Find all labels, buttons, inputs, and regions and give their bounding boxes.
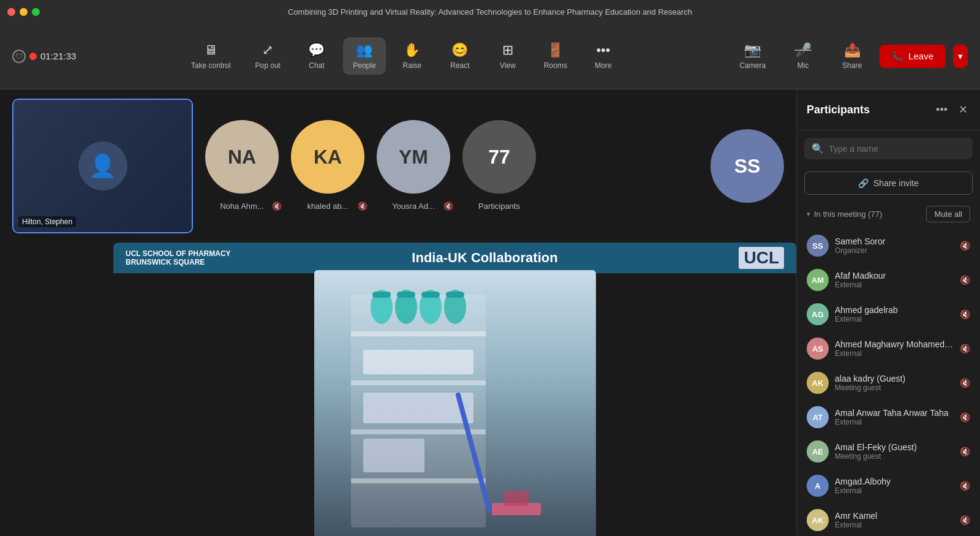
participant-name: Ahmed Maghawry Mohamed M... <box>835 339 954 349</box>
mic-label: Mic <box>797 61 809 70</box>
chevron-down-icon: ▾ <box>958 51 963 61</box>
participant-role: Meeting guest <box>835 383 954 392</box>
react-label: React <box>450 61 469 70</box>
svg-rect-16 <box>363 439 424 472</box>
participant-item[interactable]: AK Amr Kamel External 🔇 <box>797 503 980 536</box>
participant-avatar: AK <box>807 372 829 394</box>
svg-rect-5 <box>351 478 486 483</box>
meeting-timer: 01:21:33 <box>40 51 76 61</box>
more-button[interactable]: ••• More <box>582 37 625 75</box>
presentation-area: UCL SCHOOL OF PHARMACY BRUNSWICK SQUARE … <box>113 243 796 536</box>
avatar-na-name: Noha Ahm... <box>220 202 264 211</box>
participant-item[interactable]: AK alaa kadry (Guest) Meeting guest 🔇 <box>797 366 980 400</box>
more-icon: ••• <box>596 42 610 58</box>
toolbar-center: 🖥 Take control ⤢ Pop out 💬 Chat 👥 People… <box>181 37 625 75</box>
react-icon: 😊 <box>451 42 468 58</box>
search-input[interactable] <box>829 144 965 154</box>
participant-role: External <box>835 418 954 426</box>
participant-avatar: AS <box>807 338 829 360</box>
share-button[interactable]: 📤 Share <box>831 37 873 75</box>
take-control-icon: 🖥 <box>204 42 217 58</box>
participant-item[interactable]: SS Sameh Soror Organizer 🔇 <box>797 228 980 263</box>
traffic-lights <box>7 8 40 16</box>
participant-name: Amgad.Albohy <box>835 477 954 486</box>
people-label: People <box>353 61 375 70</box>
window-title: Combining 3D Printing and Virtual Realit… <box>288 7 692 17</box>
lab-image-svg <box>314 270 596 537</box>
pop-out-button[interactable]: ⤢ Pop out <box>246 37 290 75</box>
participant-item[interactable]: AE Amal El-Feky (Guest) Meeting guest 🔇 <box>797 434 980 469</box>
avatar-ka: KA <box>291 120 364 194</box>
people-icon: 👥 <box>356 42 372 58</box>
local-name-tag: Hilton, Stephen <box>18 216 76 227</box>
participant-name: Afaf Madkour <box>835 271 954 281</box>
participant-item[interactable]: A Amgad.Albohy External 🔇 <box>797 469 980 503</box>
sidebar-header: Participants ••• ✕ <box>797 89 980 130</box>
take-control-button[interactable]: 🖥 Take control <box>181 37 241 75</box>
view-button[interactable]: ⊞ View <box>486 37 529 75</box>
svg-rect-10 <box>372 292 391 298</box>
presentation-title: India-UK Collaboration <box>412 250 557 266</box>
ucl-school-info: UCL SCHOOL OF PHARMACY BRUNSWICK SQUARE <box>126 249 231 266</box>
sidebar-title: Participants <box>807 104 870 116</box>
close-button[interactable] <box>7 8 15 16</box>
participant-avatar: SS <box>807 235 829 257</box>
presentation-header: UCL SCHOOL OF PHARMACY BRUNSWICK SQUARE … <box>113 243 796 273</box>
react-button[interactable]: 😊 React <box>439 37 481 75</box>
chat-icon: 💬 <box>308 42 325 58</box>
mic-muted-ym-icon: 🔇 <box>443 202 453 211</box>
participant-name: Sameh Soror <box>835 236 954 246</box>
pop-out-label: Pop out <box>255 61 281 70</box>
mic-button[interactable]: 🎤 Mic <box>782 37 824 75</box>
participant-ka: KA khaled ab... 🔇 <box>291 120 364 194</box>
close-panel-button[interactable]: ✕ <box>956 100 970 119</box>
chat-button[interactable]: 💬 Chat <box>295 37 338 75</box>
minimize-button[interactable] <box>20 8 28 16</box>
participant-name: alaa kadry (Guest) <box>835 374 954 383</box>
raise-icon: ✋ <box>404 42 420 58</box>
local-video-silhouette: 👤 <box>78 142 127 191</box>
share-invite-button[interactable]: 🔗 Share invite <box>804 172 973 195</box>
participant-role: Meeting guest <box>835 452 954 461</box>
more-label: More <box>595 61 611 70</box>
raise-button[interactable]: ✋ Raise <box>391 37 434 75</box>
leave-button[interactable]: 📞 Leave <box>880 45 946 68</box>
participant-role: External <box>835 281 954 289</box>
school-text: UCL SCHOOL OF PHARMACY BRUNSWICK SQUARE <box>126 249 231 266</box>
svg-rect-11 <box>397 292 415 298</box>
mute-all-button[interactable]: Mute all <box>926 206 970 222</box>
participant-mic-icon: 🔇 <box>960 241 970 251</box>
svg-rect-13 <box>446 292 464 298</box>
avatar-count: 77 <box>462 120 536 194</box>
in-meeting-count: In this meeting (77) <box>814 209 882 219</box>
leave-dropdown-button[interactable]: ▾ <box>953 45 968 68</box>
rooms-button[interactable]: 🚪 Rooms <box>534 37 577 75</box>
sidebar-header-actions: ••• ✕ <box>933 100 970 119</box>
svg-rect-19 <box>504 491 529 506</box>
ucl-logo: UCL <box>739 247 784 269</box>
participant-item[interactable]: AM Afaf Madkour External 🔇 <box>797 263 980 297</box>
participant-mic-icon: 🔇 <box>960 447 970 456</box>
participant-item[interactable]: AS Ahmed Maghawry Mohamed M... External … <box>797 331 980 366</box>
participant-item[interactable]: AT Amal Anwar Taha Anwar Taha External 🔇 <box>797 400 980 434</box>
svg-rect-2 <box>351 331 486 336</box>
participants-more-button[interactable]: ••• <box>933 101 950 119</box>
avatar-ss-large: SS <box>710 129 784 203</box>
pop-out-icon: ⤢ <box>262 42 273 58</box>
avatar-ka-name: khaled ab... <box>307 202 348 211</box>
participant-mic-icon: 🔇 <box>960 515 970 525</box>
local-video: 👤 Hilton, Stephen <box>12 99 193 233</box>
camera-button[interactable]: 📷 Camera <box>729 37 775 75</box>
participant-info: Ahmed gadelrab External <box>835 305 954 323</box>
in-meeting-label: ▾ In this meeting (77) <box>807 209 882 219</box>
participant-item[interactable]: AG Ahmed gadelrab External 🔇 <box>797 297 980 331</box>
svg-rect-3 <box>351 380 486 385</box>
lab-image <box>314 270 596 537</box>
participant-info: alaa kadry (Guest) Meeting guest <box>835 374 954 392</box>
mic-icon: 🎤 <box>795 42 812 58</box>
participant-role: External <box>835 349 954 358</box>
in-meeting-header: ▾ In this meeting (77) Mute all <box>797 200 980 228</box>
people-button[interactable]: 👥 People <box>343 37 386 75</box>
fullscreen-button[interactable] <box>32 8 40 16</box>
avatar-ym: YM <box>377 120 450 194</box>
